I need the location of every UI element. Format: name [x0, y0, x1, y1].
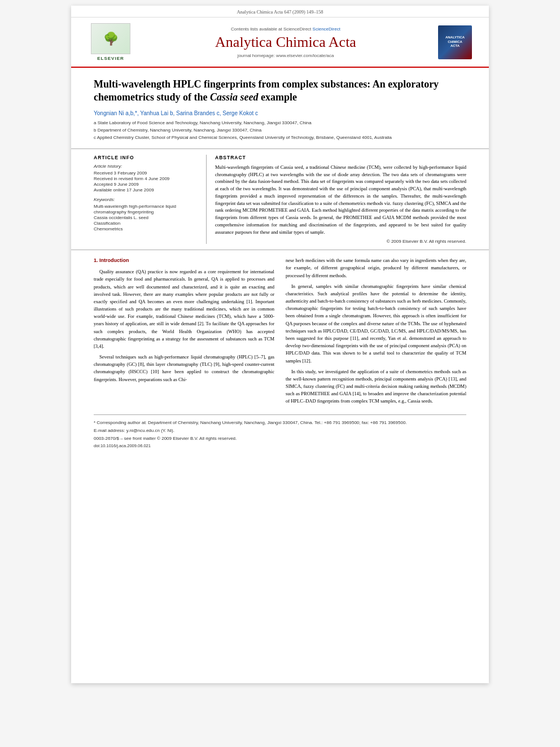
intro-para-2: Several techniques such as high-performa… — [94, 353, 274, 383]
body-col-left: 1. Introduction Quality assurance (QA) p… — [94, 257, 274, 408]
keyword-3: Classification — [94, 221, 198, 226]
contents-text: Contents lists available at ScienceDirec… — [231, 27, 311, 32]
intro-heading: 1. Introduction — [94, 257, 274, 265]
body-col-right: nese herb medicines with the same formul… — [286, 257, 466, 408]
intro-para-3: nese herb medicines with the same formul… — [286, 257, 466, 279]
abstract-col: ABSTRACT Multi-wavelength fingerprints o… — [207, 155, 466, 244]
history-received: Received 3 February 2009 — [94, 171, 198, 176]
affiliation-a: a State Laboratory of Food Science and T… — [94, 120, 466, 126]
journal-citation: Analytica Chimica Acta 647 (2009) 149–15… — [71, 6, 489, 18]
article-title-section: Multi-wavelength HPLC fingerprints from … — [71, 68, 489, 149]
intro-para-5: In this study, we investigated the appli… — [286, 368, 466, 405]
authors-text: Yongnian Ni a,b,*, Yanhua Lai b, Sarina … — [94, 110, 258, 116]
aca-logo-text: ANALYTICACHIMICAACTA — [443, 33, 467, 51]
history-label: Article history: — [94, 164, 198, 169]
article-info-col: ARTICLE INFO Article history: Received 3… — [94, 155, 207, 244]
keywords-label: Keywords: — [94, 197, 198, 202]
elsevier-logo: 🌳 ELSEVIER — [88, 23, 133, 61]
article-info-label: ARTICLE INFO — [94, 155, 198, 160]
keyword-2: Cassia occidentalis L. seed — [94, 215, 198, 220]
keyword-1: chromatography fingerprinting — [94, 209, 198, 215]
intro-para-1: Quality assurance (QA) practice is now r… — [94, 268, 274, 350]
elsevier-name: ELSEVIER — [97, 56, 124, 61]
contents-line: Contents lists available at ScienceDirec… — [139, 27, 432, 32]
citation-text: Analytica Chimica Acta 647 (2009) 149–15… — [237, 9, 323, 15]
keyword-0: Multi-wavelength high-performance liquid — [94, 204, 198, 209]
history-revised: Received in revised form 4 June 2009 — [94, 176, 198, 181]
history-online: Available online 17 June 2009 — [94, 187, 198, 193]
affiliations: a State Laboratory of Food Science and T… — [94, 120, 466, 141]
page: Analytica Chimica Acta 647 (2009) 149–15… — [71, 6, 489, 683]
abstract-text: Multi-wavelength fingerprints of Cassia … — [215, 164, 466, 236]
doi-line: doi:10.1016/j.aca.2009.06.021 — [94, 443, 466, 449]
copyright-line: © 2009 Elsevier B.V. All rights reserved… — [215, 239, 466, 244]
footnote-section: * Corresponding author at: Department of… — [94, 414, 466, 449]
body-content: 1. Introduction Quality assurance (QA) p… — [71, 250, 489, 456]
homepage-line: journal homepage: www.elsevier.com/locat… — [139, 53, 432, 58]
journal-name: Analytica Chimica Acta — [139, 34, 432, 51]
corresponding-author: * Corresponding author at: Department of… — [94, 420, 466, 426]
affiliation-b: b Department of Chemistry, Nanchang Univ… — [94, 127, 466, 134]
article-title: Multi-wavelength HPLC fingerprints from … — [94, 78, 466, 104]
intro-para-4: In general, samples with similar chromat… — [286, 283, 466, 365]
journal-title-center: Contents lists available at ScienceDirec… — [139, 27, 432, 58]
issn-line: 0003-2670/$ – see front matter © 2009 El… — [94, 435, 466, 442]
sciencedirect-link[interactable]: ScienceDirect — [313, 27, 340, 32]
article-info-abstract-section: ARTICLE INFO Article history: Received 3… — [71, 149, 489, 251]
journal-header: 🌳 ELSEVIER Contents lists available at S… — [71, 18, 489, 68]
email-line: E-mail address: y.ni@ncu.edu.cn (Y. Ni). — [94, 427, 466, 434]
history-accepted: Accepted 9 June 2009 — [94, 182, 198, 187]
authors: Yongnian Ni a,b,*, Yanhua Lai b, Sarina … — [94, 110, 466, 116]
keyword-4: Chemometrics — [94, 226, 198, 231]
aca-logo: ANALYTICACHIMICAACTA — [438, 25, 472, 59]
body-two-col: 1. Introduction Quality assurance (QA) p… — [94, 257, 466, 408]
abstract-label: ABSTRACT — [215, 155, 466, 160]
elsevier-logo-box: 🌳 — [91, 23, 130, 54]
tree-icon: 🌳 — [103, 32, 119, 46]
affiliation-c: c Applied Chemistry Cluster, School of P… — [94, 134, 466, 141]
